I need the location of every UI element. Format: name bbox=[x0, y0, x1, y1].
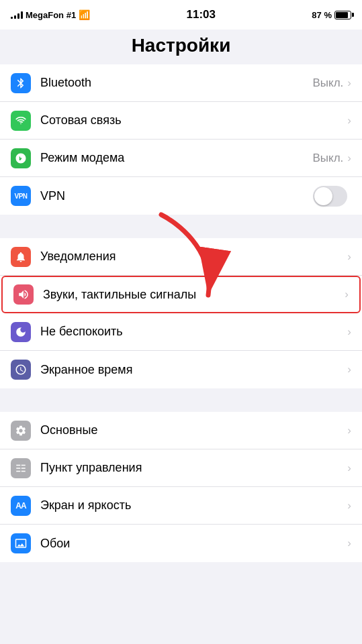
battery-icon bbox=[334, 11, 351, 19]
hotspot-value: Выкл. bbox=[312, 152, 343, 165]
hotspot-icon bbox=[11, 148, 31, 168]
row-hotspot[interactable]: Режим модема Выкл. › bbox=[0, 140, 362, 177]
settings-group-2: Уведомления › Звуки, тактильные сигналы … bbox=[0, 238, 362, 388]
row-cellular[interactable]: Сотовая связь › bbox=[0, 102, 362, 140]
vpn-toggle[interactable] bbox=[313, 186, 347, 207]
row-display[interactable]: AA Экран и яркость › bbox=[0, 487, 362, 525]
row-wallpaper[interactable]: Обои › bbox=[0, 525, 362, 562]
controlcenter-label: Пункт управления bbox=[40, 461, 347, 475]
wifi-icon: 📶 bbox=[79, 9, 90, 20]
wallpaper-icon bbox=[11, 533, 31, 553]
vpn-label: VPN bbox=[40, 189, 313, 203]
cellular-icon bbox=[11, 111, 31, 131]
battery-percentage: 87 % bbox=[312, 10, 332, 20]
cellular-chevron: › bbox=[347, 114, 351, 127]
wallpaper-label: Обои bbox=[40, 537, 347, 551]
hotspot-chevron: › bbox=[347, 152, 351, 165]
settings-group-3: Основные › Пункт управления › AA Экран и… bbox=[0, 412, 362, 562]
sounds-chevron: › bbox=[345, 288, 349, 301]
status-right: 87 % bbox=[312, 10, 351, 20]
row-vpn[interactable]: VPN VPN bbox=[0, 177, 362, 215]
status-left: MegaFon #1 📶 bbox=[11, 9, 90, 20]
wallpaper-chevron: › bbox=[347, 537, 351, 550]
bluetooth-icon bbox=[11, 73, 31, 93]
display-chevron: › bbox=[347, 499, 351, 513]
sounds-icon bbox=[13, 284, 34, 305]
notifications-chevron: › bbox=[347, 250, 351, 264]
general-label: Основные bbox=[40, 423, 347, 437]
sounds-label: Звуки, тактильные сигналы bbox=[43, 288, 345, 302]
controlcenter-icon bbox=[11, 458, 31, 478]
vpn-icon: VPN bbox=[11, 186, 31, 206]
row-general[interactable]: Основные › bbox=[0, 412, 362, 449]
screentime-label: Экранное время bbox=[40, 363, 347, 377]
notifications-label: Уведомления bbox=[40, 250, 347, 264]
donotdisturb-icon bbox=[11, 322, 31, 342]
cellular-label: Сотовая связь bbox=[40, 113, 347, 127]
donotdisturb-chevron: › bbox=[347, 325, 351, 339]
hotspot-label: Режим модема bbox=[40, 151, 312, 165]
row-screentime[interactable]: Экранное время › bbox=[0, 351, 362, 388]
row-controlcenter[interactable]: Пункт управления › bbox=[0, 449, 362, 487]
settings-group-1: Bluetooth Выкл. › Сотовая связь › Режим … bbox=[0, 64, 362, 215]
vpn-text: VPN bbox=[14, 193, 27, 200]
donotdisturb-label: Не беспокоить bbox=[40, 325, 347, 339]
status-bar: MegaFon #1 📶 11:03 87 % bbox=[0, 0, 362, 30]
row-donotdisturb[interactable]: Не беспокоить › bbox=[0, 313, 362, 351]
screentime-chevron: › bbox=[347, 363, 351, 376]
controlcenter-chevron: › bbox=[347, 462, 351, 475]
notifications-icon bbox=[11, 247, 31, 267]
bluetooth-label: Bluetooth bbox=[40, 76, 312, 90]
display-icon: AA bbox=[11, 496, 31, 516]
row-sounds[interactable]: Звуки, тактильные сигналы › bbox=[1, 276, 361, 313]
page-title: Настройки bbox=[0, 30, 362, 64]
signal-icon bbox=[11, 11, 23, 19]
display-label: Экран и яркость bbox=[40, 498, 347, 513]
bluetooth-value: Выкл. bbox=[312, 76, 343, 90]
status-time: 11:03 bbox=[187, 8, 216, 21]
row-notifications[interactable]: Уведомления › bbox=[0, 238, 362, 276]
general-chevron: › bbox=[347, 424, 351, 437]
bluetooth-chevron: › bbox=[347, 76, 351, 90]
carrier-label: MegaFon #1 bbox=[26, 10, 76, 20]
screentime-icon bbox=[11, 360, 31, 380]
general-icon bbox=[11, 421, 31, 441]
row-bluetooth[interactable]: Bluetooth Выкл. › bbox=[0, 64, 362, 102]
